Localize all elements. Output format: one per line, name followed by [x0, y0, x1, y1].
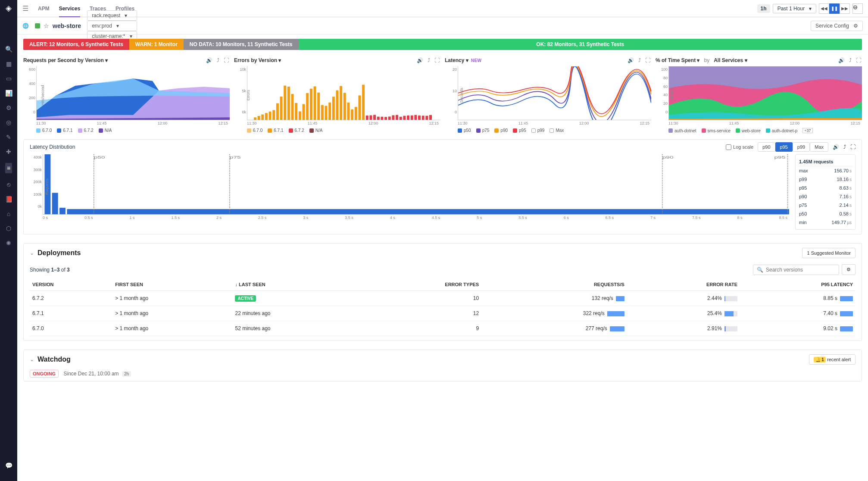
chart-plot[interactable]: Hits/second — [36, 66, 230, 120]
legend-item[interactable]: Max — [550, 128, 564, 133]
chart-title[interactable]: Latency ▾ — [445, 57, 468, 63]
watchdog-icon[interactable]: 🔊 — [416, 57, 424, 63]
watchdog-icon[interactable]: 🔊 — [837, 57, 846, 63]
export-icon[interactable]: ⤴ — [216, 57, 220, 63]
legend-item[interactable]: p99 — [531, 128, 545, 133]
menu-icon[interactable]: ☰ — [22, 4, 28, 12]
recent-alert-badge[interactable]: 🔔 1 recent alert — [809, 354, 856, 365]
chart-plot[interactable]: Percent — [668, 66, 862, 120]
legend-item[interactable]: N/A — [99, 128, 112, 133]
latency-histogram[interactable]: p50 p75 p90 p95 Requests — [43, 154, 789, 215]
by-selector[interactable]: All Services ▾ — [714, 57, 747, 63]
infra-nav-icon[interactable]: ⌂ — [7, 210, 10, 217]
legend-item[interactable]: 6.7.0 — [247, 128, 262, 133]
chart-title[interactable]: Errors by Version ▾ — [234, 57, 281, 63]
integrations-nav-icon[interactable]: ⚙ — [6, 104, 12, 111]
security-nav-icon[interactable]: ⬡ — [6, 225, 11, 232]
table-row[interactable]: 6.7.0 > 1 month ago 52 minutes ago 9 277… — [30, 321, 856, 336]
export-icon[interactable]: ⤴ — [848, 57, 852, 63]
legend-item[interactable]: 6.7.1 — [268, 128, 283, 133]
watchdog-icon[interactable]: 🔊 — [833, 144, 839, 150]
zoom-out-button[interactable]: ⊖ — [852, 3, 863, 14]
fullscreen-icon[interactable]: ⛶ — [850, 144, 856, 150]
binoculars-nav-icon[interactable]: ▦ — [6, 60, 12, 67]
export-icon[interactable]: ⤴ — [427, 57, 431, 63]
table-header[interactable]: REQUESTS/S — [481, 278, 627, 291]
legend-item[interactable]: p75 — [476, 128, 490, 133]
link-nav-icon[interactable]: ⎋ — [7, 181, 10, 188]
plugins-nav-icon[interactable]: ✚ — [6, 148, 11, 155]
dashboard-nav-icon[interactable]: ▭ — [6, 75, 12, 82]
version-search-input[interactable]: 🔍 — [753, 265, 839, 275]
forward-button[interactable]: ▶▶ — [840, 3, 850, 14]
alert-segment-gray[interactable]: NO DATA: 10 Monitors, 11 Synthetic Tests — [184, 39, 299, 50]
book-nav-icon[interactable]: 📕 — [5, 196, 12, 203]
search-nav-icon[interactable]: 🔍 — [5, 46, 12, 53]
legend-item[interactable]: 6.7.0 — [36, 128, 52, 133]
filter-pill[interactable]: env:prod ▾ — [87, 21, 137, 31]
table-row[interactable]: 6.7.2 > 1 month ago ACTIVE 10 132 req/s … — [30, 291, 856, 306]
rewind-button[interactable]: ◀◀ — [819, 3, 829, 14]
pause-button[interactable]: ❚❚ — [829, 3, 840, 14]
alert-segment-green[interactable]: OK: 82 Monitors, 31 Synthetic Tests — [299, 39, 862, 50]
chart-plot[interactable]: Errors — [247, 66, 440, 120]
list-nav-icon[interactable]: ≡ — [5, 163, 12, 173]
nav-tab-services[interactable]: Services — [59, 1, 80, 17]
nav-tab-apm[interactable]: APM — [38, 1, 50, 16]
alert-segment-red[interactable]: ALERT: 12 Monitors, 6 Synthetic Tests — [23, 39, 129, 50]
fullscreen-icon[interactable]: ⛶ — [434, 57, 440, 63]
watchdog-icon[interactable]: 🔊 — [627, 57, 635, 63]
legend-item[interactable]: p90 — [494, 128, 508, 133]
legend-item[interactable]: p50 — [458, 128, 471, 133]
legend-item[interactable]: sms-service — [702, 128, 731, 133]
fullscreen-icon[interactable]: ⛶ — [855, 57, 862, 63]
time-range-selector[interactable]: Past 1 Hour ▾ — [773, 4, 816, 13]
percentile-option[interactable]: p90 — [758, 142, 775, 152]
legend-item[interactable]: auth-dotnet — [668, 128, 696, 133]
table-header[interactable]: ↓ LAST SEEN — [232, 278, 359, 291]
legend-item[interactable]: N/A — [309, 128, 323, 133]
chart-title[interactable]: Requests per Second by Version ▾ — [23, 57, 108, 63]
filter-pill[interactable]: rack.request ▾ — [87, 10, 137, 21]
legend-item[interactable]: auth-dotnet-p — [766, 128, 798, 133]
export-icon[interactable]: ⤴ — [843, 144, 846, 150]
export-icon[interactable]: ⤴ — [637, 57, 642, 63]
legend-item[interactable]: web-store — [736, 128, 761, 133]
monitor-status-bar[interactable]: ALERT: 12 Monitors, 6 Synthetic Tests WA… — [23, 39, 862, 50]
chart-title[interactable]: % of Time Spent ▾ — [656, 57, 699, 63]
legend-item[interactable]: 6.7.2 — [78, 128, 94, 133]
watchdog-icon[interactable]: 🔊 — [205, 57, 213, 63]
percentile-option[interactable]: p95 — [775, 142, 793, 152]
table-header[interactable]: P95 LATENCY — [740, 278, 856, 291]
percentile-option[interactable]: p99 — [793, 142, 810, 152]
table-header[interactable]: ERROR TYPES — [359, 278, 481, 291]
table-header[interactable]: ERROR RATE — [627, 278, 740, 291]
fullscreen-icon[interactable]: ⛶ — [644, 57, 651, 63]
table-header[interactable]: FIRST SEEN — [112, 278, 232, 291]
legend-more[interactable]: +37 — [802, 128, 812, 133]
legend-item[interactable]: p95 — [513, 128, 526, 133]
suggested-monitor-button[interactable]: 1 Suggested Monitor — [802, 248, 856, 258]
globe-icon[interactable]: 🌐 — [22, 23, 29, 29]
metrics-nav-icon[interactable]: 📊 — [5, 90, 12, 97]
chat-nav-icon[interactable]: 💬 — [5, 462, 12, 469]
legend-item[interactable]: 6.7.2 — [289, 128, 304, 133]
percentile-option[interactable]: Max — [810, 142, 828, 152]
datadog-logo-icon[interactable]: ◈ — [6, 3, 12, 13]
apm-nav-icon[interactable]: ◎ — [6, 119, 11, 126]
chevron-down-icon[interactable]: ⌄ — [30, 356, 34, 362]
svg-rect-9 — [287, 87, 290, 120]
star-icon[interactable]: ☆ — [44, 22, 49, 29]
chevron-down-icon[interactable]: ⌄ — [30, 250, 34, 256]
alert-segment-orange[interactable]: WARN: 1 Monitor — [129, 39, 184, 50]
table-header[interactable]: VERSION — [30, 278, 112, 291]
notebook-nav-icon[interactable]: ✎ — [6, 134, 11, 141]
chart-plot[interactable]: Seconds — [458, 66, 651, 120]
legend-item[interactable]: 6.7.1 — [57, 128, 72, 133]
service-config-button[interactable]: Service Config ⚙ — [811, 21, 863, 31]
table-row[interactable]: 6.7.1 > 1 month ago 22 minutes ago 12 32… — [30, 306, 856, 321]
gear-nav-icon[interactable]: ✺ — [6, 240, 11, 247]
fullscreen-icon[interactable]: ⛶ — [223, 57, 230, 63]
table-settings-button[interactable]: ⚙ — [842, 264, 856, 275]
log-scale-checkbox[interactable]: Log scale — [726, 144, 753, 150]
